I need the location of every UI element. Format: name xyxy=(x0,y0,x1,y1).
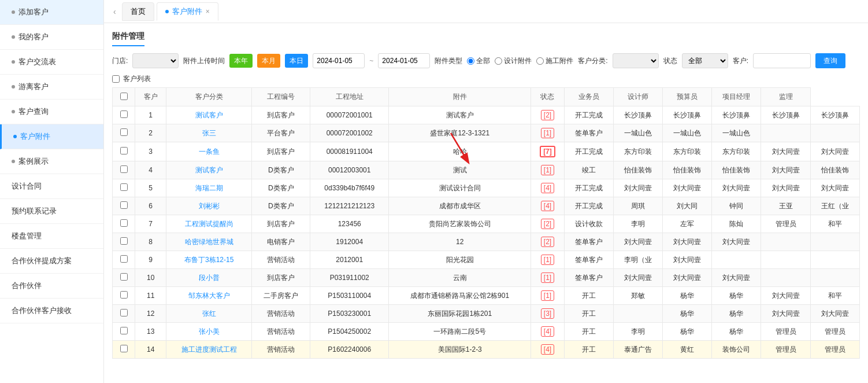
customer-link[interactable]: 张三 xyxy=(202,129,216,137)
table-cell: 4 xyxy=(135,161,166,179)
attachment-badge[interactable]: [4] xyxy=(541,183,554,193)
radio-construction[interactable]: 施工附件 xyxy=(536,56,573,66)
sidebar-item-case-display[interactable]: 案例展示 xyxy=(0,149,103,174)
btn-day[interactable]: 本日 xyxy=(285,54,308,68)
tab-customer-attachment[interactable]: 客户附件× xyxy=(157,2,218,21)
row-checkbox[interactable] xyxy=(120,273,128,281)
attachment-badge[interactable]: [1] xyxy=(541,290,554,301)
customer-link[interactable]: 海瑞二期 xyxy=(195,184,223,192)
sidebar-item-add-customer[interactable]: 添加客户 xyxy=(0,0,103,25)
row-checkbox[interactable] xyxy=(120,327,128,334)
table-cell: 测试客户 xyxy=(166,161,252,179)
btn-month[interactable]: 本月 xyxy=(257,54,280,68)
status-select[interactable]: 全部 xyxy=(682,53,728,68)
table-cell xyxy=(613,305,662,323)
customer-link[interactable]: 哈密绿地世界城 xyxy=(185,238,233,246)
table-cell: [3] xyxy=(531,305,564,323)
sidebar-item-label: 合作伙伴 xyxy=(12,281,42,291)
table-cell: 刘大同壹 xyxy=(613,179,662,197)
row-checkbox[interactable] xyxy=(120,111,128,118)
table-cell: 怡佳装饰 xyxy=(712,161,761,179)
attachment-badge[interactable]: [1] xyxy=(541,128,554,138)
attachment-badge[interactable]: [4] xyxy=(541,326,554,337)
table-cell: 张红 xyxy=(166,305,252,323)
row-checkbox[interactable] xyxy=(120,147,128,154)
row-checkbox[interactable] xyxy=(120,128,128,136)
store-select[interactable] xyxy=(132,53,179,68)
customer-link[interactable]: 一条鱼 xyxy=(199,148,220,156)
row-checkbox[interactable] xyxy=(120,183,128,191)
customer-input[interactable] xyxy=(753,53,811,68)
table-row: 6刘彬彬D类客户1212121212123成都市成华区[4]开工完成周琪刘大同钟… xyxy=(113,197,860,215)
table-cell: 李明 xyxy=(613,215,662,233)
customer-link[interactable]: 施工进度测试工程 xyxy=(181,345,237,353)
radio-all[interactable]: 全部 xyxy=(467,56,490,66)
date-start-input[interactable] xyxy=(313,53,365,68)
customer-link[interactable]: 张红 xyxy=(202,310,216,318)
store-label: 门店: xyxy=(112,56,128,66)
attachment-badge[interactable]: [1] xyxy=(541,272,554,283)
btn-year[interactable]: 本年 xyxy=(229,54,253,68)
tab-back-button[interactable]: ‹ xyxy=(110,7,120,16)
attachment-badge[interactable]: [4] xyxy=(541,344,554,355)
sidebar-item-customer-query[interactable]: 客户查询 xyxy=(0,100,103,124)
header-checkbox[interactable] xyxy=(120,93,128,100)
sidebar-item-my-customer[interactable]: 我的客户 xyxy=(0,25,103,50)
table-cell: 东方印装 xyxy=(663,142,712,161)
attachment-badge[interactable]: [2] xyxy=(541,219,554,229)
sidebar-item-customer-attachment[interactable]: 客户附件 xyxy=(0,124,103,149)
customer-link[interactable]: 测试客户 xyxy=(195,111,223,119)
customer-link[interactable]: 测试客户 xyxy=(195,166,223,174)
row-checkbox[interactable] xyxy=(120,165,128,173)
sidebar-item-label: 楼盘管理 xyxy=(12,231,42,241)
row-checkbox[interactable] xyxy=(120,201,128,209)
table-cell: P031911002 xyxy=(310,269,389,287)
attachment-badge[interactable]: [3] xyxy=(541,308,554,319)
sidebar-item-label: 我的客户 xyxy=(18,32,49,42)
sidebar-item-partner-customer[interactable]: 合作伙伴客户接收 xyxy=(0,299,103,323)
attachment-badge[interactable]: [1] xyxy=(541,255,554,265)
radio-design[interactable]: 设计附件 xyxy=(495,56,532,66)
tab-close-button[interactable]: × xyxy=(206,8,210,16)
customer-link[interactable]: 工程测试提醒尚 xyxy=(185,220,233,228)
sidebar-item-design-contract[interactable]: 设计合同 xyxy=(0,174,103,199)
table-cell: 杨华 xyxy=(712,323,761,341)
attachment-badge[interactable]: [4] xyxy=(541,201,554,211)
customer-link[interactable]: 布鲁丁3栋12-15 xyxy=(184,256,233,264)
date-end-input[interactable] xyxy=(378,53,430,68)
tab-home[interactable]: 首页 xyxy=(122,2,154,21)
attachment-badge[interactable]: [2] xyxy=(541,237,554,247)
table-cell: P1504250002 xyxy=(310,323,389,341)
tab-label: 首页 xyxy=(131,6,146,17)
attachment-badge[interactable]: [1] xyxy=(541,165,554,175)
sidebar-item-customer-exchange[interactable]: 客户交流表 xyxy=(0,50,103,75)
customer-link[interactable]: 段小普 xyxy=(199,274,220,282)
table-cell: [2] xyxy=(531,106,564,124)
row-checkbox[interactable] xyxy=(120,237,128,245)
sidebar-item-building-management[interactable]: 楼盘管理 xyxy=(0,224,103,249)
row-checkbox[interactable] xyxy=(120,291,128,299)
customer-link[interactable]: 张小美 xyxy=(199,327,220,336)
attachment-badge[interactable]: [2] xyxy=(541,110,554,120)
row-checkbox[interactable] xyxy=(120,345,128,352)
sidebar-item-partner-proposal[interactable]: 合作伙伴提成方案 xyxy=(0,249,103,274)
sidebar-item-label: 游离客户 xyxy=(18,82,49,92)
row-checkbox[interactable] xyxy=(120,255,128,263)
status-label: 状态 xyxy=(663,56,677,66)
query-button[interactable]: 查询 xyxy=(815,53,845,68)
sidebar-item-appointment-record[interactable]: 预约联系记录 xyxy=(0,199,103,224)
table-cell: 钟同 xyxy=(712,197,761,215)
table-cell: 12 xyxy=(389,233,531,251)
attachment-badge[interactable]: [7] xyxy=(540,146,555,157)
attachment-type-label: 附件类型 xyxy=(435,56,462,66)
customer-link[interactable]: 邹东林大客户 xyxy=(188,292,230,300)
customer-link[interactable]: 刘彬彬 xyxy=(199,202,220,210)
customer-category-select[interactable] xyxy=(613,53,659,68)
row-checkbox[interactable] xyxy=(120,309,128,316)
select-all-checkbox[interactable] xyxy=(112,75,120,83)
row-checkbox[interactable] xyxy=(120,219,128,227)
sidebar-item-wandering-customer[interactable]: 游离客户 xyxy=(0,75,103,100)
table-row: 3一条鱼到店客户000081911004哈哈[7]开工完成东方印装东方印装东方印… xyxy=(113,142,860,161)
table-cell: 123456 xyxy=(310,215,389,233)
sidebar-item-partner[interactable]: 合作伙伴 xyxy=(0,274,103,299)
